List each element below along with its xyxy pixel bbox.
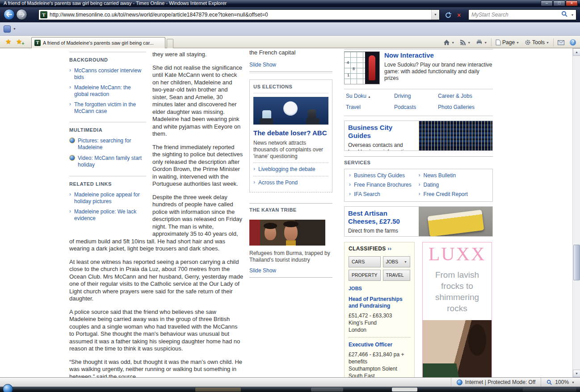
favorites-star-icon[interactable]: ★ [5,38,11,46]
new-tab-stub[interactable] [167,39,173,48]
quick-link-podcasts[interactable]: Podcasts [394,104,438,111]
taskbar-tray[interactable] [523,388,576,392]
service-link[interactable]: News Bulletin [419,172,488,179]
scroll-down-arrow[interactable]: ▼ [573,370,580,377]
back-button[interactable] [4,9,15,20]
quick-link-travel[interactable]: Travel [346,104,394,111]
sidebar-link[interactable]: McCanns consider interview bids [69,67,146,81]
job-title-link[interactable]: Head of Partnerships and Fundraising [349,296,410,309]
cheese-offer-heading[interactable]: Best Artisan Cheeses, £27.50 [348,209,415,225]
addon-icon[interactable] [4,25,11,33]
print-button[interactable]: ▼ [474,38,489,46]
sidebar-link[interactable]: Madeleine McCann: the global reaction [69,84,146,98]
promo-link[interactable]: Liveblogging the debate [253,163,328,176]
search-dropdown-icon[interactable]: ▼ [569,13,576,17]
us-elections-box: US ELECTIONS The debate loser? ABC News … [249,79,332,192]
quick-link-photo-galleries[interactable]: Photo Galleries [438,104,491,111]
classifieds-title: CLASSIFIEDS [349,246,386,252]
service-link[interactable]: Dating [419,182,488,188]
mail-button[interactable] [555,39,567,46]
sidebar-link[interactable]: The forgotten victim in the McCann case [69,101,146,115]
taskbar-button[interactable] [195,388,241,392]
tab-label: JOBS [386,259,398,265]
sudoku-image[interactable]: 4 8 1 [344,51,380,84]
sidebar-media-link[interactable]: Pictures: searching for Madeleine [69,138,146,151]
forward-button[interactable] [16,9,27,20]
debate-image[interactable] [253,97,328,125]
sidebar-link[interactable]: Madeleine police: We lack evidence [69,209,146,222]
job-location: London [349,326,410,334]
sudoku-heading[interactable]: Now Interactive [384,51,493,59]
chevron-down-icon[interactable]: ▼ [13,27,16,30]
tab-active[interactable]: T A friend of Madeleine's parents saw gi… [31,37,165,48]
luxx-brand: LUXX [423,242,492,265]
quick-link-career-jobs[interactable]: Career & Jobs [438,93,491,100]
sidebar-section-related: RELATED LINKS Madeleine police appeal fo… [69,176,146,229]
kayan-image[interactable] [249,220,325,246]
job-title-link[interactable]: Executive Officer [349,342,410,348]
address-field[interactable]: T ▼ [38,9,440,20]
minimize-button[interactable]: – [541,0,553,6]
sidebar-section-title: BACKGROUND [69,57,146,63]
service-link[interactable]: Free Credit Report [419,191,488,198]
classifieds-header[interactable]: CLASSIFIEDS ›› [349,246,410,252]
divider [249,71,332,72]
quick-link-driving[interactable]: Driving [394,93,438,100]
vertical-scrollbar[interactable]: ▲ ▼ [572,48,580,377]
sidebar-link[interactable]: Madeleine police appeal for holiday pict… [69,192,146,205]
security-zone-status: Internet | Protected Mode: Off [451,378,541,387]
classifieds-tab-travel[interactable]: TRAVEL [383,270,410,281]
chevron-down-icon: ▼ [404,259,407,265]
classifieds-tab-cars[interactable]: CARS [349,256,381,267]
scroll-up-arrow[interactable]: ▲ [573,48,580,56]
close-button[interactable]: × [566,0,578,6]
home-button[interactable]: ▼ [441,38,457,46]
help-button[interactable]: ? [567,38,578,46]
job-salary: £27,466 - £31,840 pa + benefits [349,351,410,365]
taskbar-button[interactable] [311,388,343,392]
promo-headline[interactable]: The debate loser? ABC [253,129,328,137]
service-link[interactable]: Free Finance Brochures [349,182,419,188]
service-link[interactable]: IFA Search [349,191,419,198]
internet-zone-icon [457,379,462,385]
slide-show-link[interactable]: Slide Show [249,266,332,277]
title-bar[interactable]: A friend of Madeleine's parents saw girl… [0,0,580,7]
url-input[interactable] [50,10,431,20]
zoom-magnifier-icon [546,379,552,385]
business-guides-heading[interactable]: Business City Guides [348,124,415,140]
quick-link-sudoku[interactable]: Su Doku▲ [346,93,394,100]
scrollbar-thumb[interactable] [573,245,580,280]
rail-bottom-row: CLASSIFIEDS ›› CARS JOBS▼ PROPERTY TRAVE… [344,242,493,377]
start-orb[interactable] [3,384,13,392]
search-input[interactable] [469,12,561,18]
cheese-image[interactable] [419,207,492,236]
service-link[interactable]: Business City Guides [349,172,419,179]
tools-menu-button[interactable]: Tools ▼ [522,38,551,46]
search-box[interactable]: ▼ [468,9,576,20]
sidebar-media-link[interactable]: Video: McCann family start holiday [69,155,146,168]
page-menu-label: Page [502,39,515,46]
luxx-model-image [423,320,492,377]
promo-link[interactable]: Across the Pond [253,176,328,189]
maximize-button[interactable]: □ [553,0,565,6]
page-menu-button[interactable]: Page ▼ [493,38,521,46]
add-favorite-icon[interactable]: ★+ [16,38,22,46]
slide-show-link[interactable]: Slide Show [249,60,332,71]
refresh-button[interactable] [443,10,453,20]
sudoku-digit: 1 [347,72,349,79]
luxx-ad[interactable]: LUXX From lavish frocks to shimmering ro… [422,242,492,377]
sidebar-media-label: Video: McCann family start holiday [78,155,142,168]
classifieds-tab-jobs[interactable]: JOBS▼ [383,256,410,267]
divider [249,277,332,278]
command-bar: ▼ ▼ ▼ Page ▼ Tools ▼ [441,37,578,48]
back-arrow-icon [6,12,12,17]
classifieds-tab-property[interactable]: PROPERTY [349,270,381,281]
zoom-control[interactable]: 100% ▼ [541,378,580,387]
feeds-button[interactable]: ▼ [458,38,473,46]
windows-taskbar[interactable] [0,387,580,392]
search-icon[interactable] [561,11,568,19]
taskbar-button[interactable] [392,388,417,392]
city-skyline-image[interactable] [419,121,492,150]
stop-button[interactable]: × [454,10,464,20]
address-dropdown-icon[interactable]: ▼ [431,10,439,20]
